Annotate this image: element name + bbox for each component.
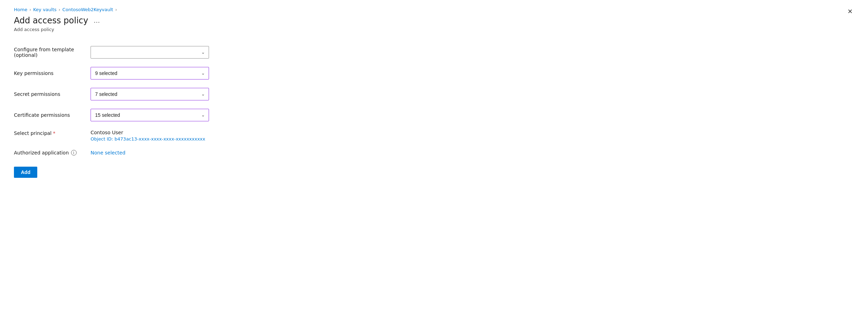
secret-permissions-row: Secret permissions 7 selected ⌄ xyxy=(14,88,258,100)
principal-value: Contoso User Object ID: b473ac13-xxxx-xx… xyxy=(91,130,258,142)
close-button[interactable]: ✕ xyxy=(846,7,854,16)
principal-object-id-link[interactable]: Object ID: b473ac13-xxxx-xxxx-xxxx-xxxxx… xyxy=(91,136,205,142)
breadcrumb-separator-3: › xyxy=(115,7,117,12)
breadcrumb-separator-1: › xyxy=(29,7,31,12)
key-permissions-field: 9 selected ⌄ xyxy=(91,67,209,79)
authorized-application-value[interactable]: None selected xyxy=(91,150,125,156)
secret-permissions-field: 7 selected ⌄ xyxy=(91,88,209,100)
authorized-application-label: Authorized application i xyxy=(14,150,84,156)
breadcrumb-home[interactable]: Home xyxy=(14,7,27,12)
breadcrumb-vault-name[interactable]: ContosoWeb2Keyvault xyxy=(62,7,113,12)
key-permissions-label: Key permissions xyxy=(14,70,84,76)
breadcrumb: Home › Key vaults › ContosoWeb2Keyvault … xyxy=(14,7,854,12)
key-permissions-row: Key permissions 9 selected ⌄ xyxy=(14,67,258,79)
principal-name: Contoso User xyxy=(91,130,258,135)
certificate-permissions-wrapper: 15 selected ⌄ xyxy=(91,109,209,121)
key-permissions-wrapper: 9 selected ⌄ xyxy=(91,67,209,79)
select-principal-label: Select principal * xyxy=(14,130,84,136)
add-button[interactable]: Add xyxy=(14,167,37,178)
breadcrumb-separator-2: › xyxy=(59,7,60,12)
select-principal-row: Select principal * Contoso User Object I… xyxy=(14,130,258,142)
required-indicator: * xyxy=(53,130,55,136)
authorized-application-label-text: Authorized application xyxy=(14,150,69,156)
info-icon[interactable]: i xyxy=(71,150,77,156)
configure-template-label: Configure from template (optional) xyxy=(14,47,84,58)
certificate-permissions-row: Certificate permissions 15 selected ⌄ xyxy=(14,109,258,121)
page-title-row: Add access policy ... xyxy=(14,16,854,25)
configure-template-field: ⌄ xyxy=(91,46,209,59)
configure-template-row: Configure from template (optional) ⌄ xyxy=(14,46,258,59)
page-title: Add access policy xyxy=(14,16,88,25)
certificate-permissions-field: 15 selected ⌄ xyxy=(91,109,209,121)
page-subtitle: Add access policy xyxy=(14,27,854,32)
form-section: Configure from template (optional) ⌄ Key… xyxy=(14,46,258,178)
secret-permissions-select[interactable]: 7 selected xyxy=(91,88,209,100)
more-options-button[interactable]: ... xyxy=(92,16,102,25)
secret-permissions-label: Secret permissions xyxy=(14,91,84,97)
certificate-permissions-select[interactable]: 15 selected xyxy=(91,109,209,121)
configure-template-wrapper: ⌄ xyxy=(91,46,209,59)
page-container: ✕ Home › Key vaults › ContosoWeb2Keyvaul… xyxy=(0,0,868,311)
breadcrumb-key-vaults[interactable]: Key vaults xyxy=(33,7,56,12)
certificate-permissions-label: Certificate permissions xyxy=(14,112,84,118)
configure-template-select[interactable] xyxy=(91,46,209,59)
secret-permissions-wrapper: 7 selected ⌄ xyxy=(91,88,209,100)
authorized-application-row: Authorized application i None selected xyxy=(14,150,258,156)
select-principal-label-text: Select principal xyxy=(14,130,52,136)
key-permissions-select[interactable]: 9 selected xyxy=(91,67,209,79)
